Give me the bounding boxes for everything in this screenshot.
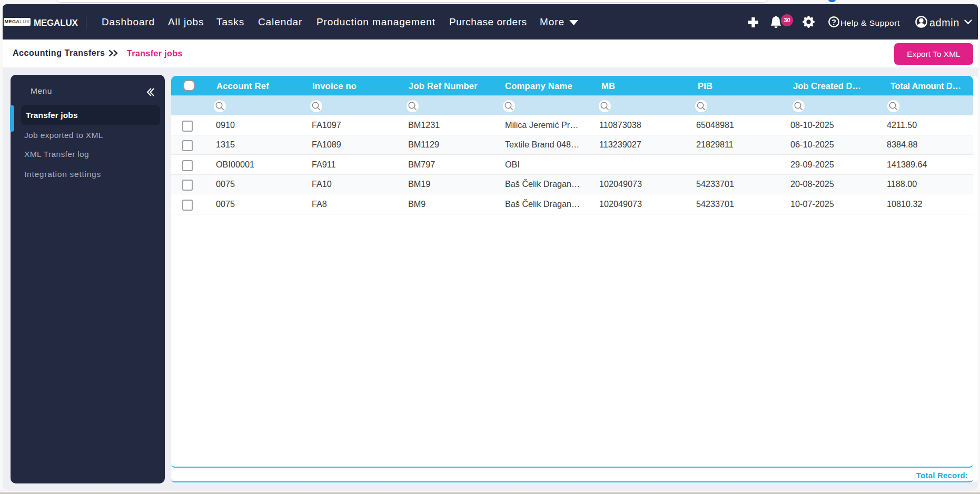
svg-text:?: ?	[831, 18, 836, 26]
